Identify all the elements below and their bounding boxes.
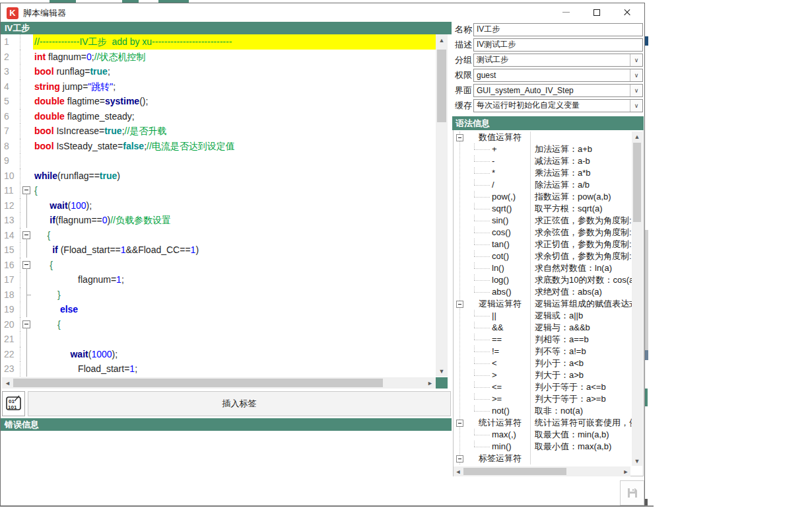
code-text[interactable]: { — [33, 183, 436, 198]
code-line[interactable]: 18 } — [2, 287, 436, 303]
tree-item[interactable]: !=判不等：a!=b — [454, 346, 632, 357]
tag-icon-button[interactable]: 01 101 — [2, 391, 25, 416]
tree-item[interactable]: ln()求自然对数值：ln(a) — [454, 262, 632, 274]
code-text[interactable]: { — [33, 317, 436, 332]
tree-item[interactable]: cos()求余弦值，参数为角度制: — [454, 227, 632, 239]
code-text[interactable]: if (Fload_start==1&&Fload_CC==1) — [33, 242, 436, 258]
collapse-icon[interactable] — [456, 420, 463, 427]
insert-label-button[interactable]: 插入标签 — [28, 391, 451, 416]
code-text[interactable]: } — [33, 287, 436, 303]
code-line[interactable]: 15 if (Fload_start==1&&Fload_CC==1) — [2, 242, 436, 258]
combo-界面[interactable]: GUI_system_Auto_IV_Step∨ — [473, 84, 643, 97]
tree-item[interactable]: not()取非：not(a) — [454, 405, 632, 417]
code-text[interactable] — [33, 153, 436, 168]
scrollbar-thumb[interactable] — [437, 50, 446, 122]
code-line[interactable]: 11{ — [2, 183, 436, 198]
fold-gutter[interactable] — [20, 183, 33, 198]
code-line[interactable]: 21 — [2, 332, 436, 347]
tree-item[interactable]: >=判大于等于：a>=b — [454, 393, 632, 405]
code-line[interactable]: 1//-------------IV工步 add by xu----------… — [2, 34, 436, 50]
tree-item[interactable]: &&逻辑与：a&&b — [454, 322, 632, 334]
code-text[interactable]: double flagtime_steady; — [33, 109, 436, 124]
code-line[interactable]: 20 { — [2, 317, 436, 332]
input-描述[interactable]: IV测试工步 — [473, 38, 643, 52]
code-line[interactable]: 8bool IsSteady_state=false;//电流是否达到设定值 — [2, 139, 436, 154]
tree-item[interactable]: -减法运算：a-b — [454, 155, 632, 167]
code-text[interactable]: { — [33, 258, 436, 273]
code-line[interactable]: 19 else — [2, 302, 436, 317]
code-line[interactable]: 4string jump="跳转"; — [2, 79, 436, 94]
close-button[interactable] — [613, 3, 641, 21]
input-名称[interactable]: IV工步 — [473, 23, 643, 36]
scroll-left-icon[interactable]: ◄ — [2, 377, 13, 389]
scroll-down-icon[interactable]: ▼ — [632, 456, 642, 466]
tree-horizontal-scrollbar[interactable]: ◄ ► — [454, 466, 630, 476]
tree-item[interactable]: ||逻辑或：a||b — [454, 310, 632, 322]
tree-item[interactable]: tan()求正切值，参数为角度制: — [454, 239, 632, 250]
fold-collapse-icon[interactable] — [22, 186, 30, 194]
scroll-right-icon[interactable]: ► — [621, 466, 630, 476]
error-info-panel[interactable] — [1, 431, 452, 505]
code-text[interactable]: //-------------IV工步 add by xu-----------… — [33, 34, 436, 50]
code-text[interactable] — [33, 332, 436, 347]
code-text[interactable]: if(flagnum==0)//负载参数设置 — [33, 213, 436, 228]
maximize-button[interactable] — [582, 3, 611, 21]
code-line[interactable]: 13 if(flagnum==0)//负载参数设置 — [2, 213, 436, 228]
code-text[interactable]: bool IsSteady_state=false;//电流是否达到设定值 — [33, 139, 436, 154]
scrollbar-thumb[interactable] — [13, 379, 383, 387]
tree-item[interactable]: sin()求正弦值，参数为角度制: — [454, 215, 632, 227]
tree-item[interactable]: >判大于：a>b — [454, 369, 632, 381]
code-line[interactable]: 6double flagtime_steady; — [2, 109, 436, 124]
code-line[interactable]: 9 — [2, 153, 436, 168]
fold-collapse-icon[interactable] — [22, 261, 30, 269]
code-vertical-scrollbar[interactable]: ▲ ▼ — [436, 34, 448, 377]
code-horizontal-scrollbar[interactable]: ◄ ► — [2, 377, 436, 389]
tree-item[interactable]: 逻辑运算符逻辑运算组成的赋值表达式 — [454, 298, 632, 310]
code-text[interactable]: bool runflag=true; — [33, 64, 436, 79]
code-text[interactable]: while(runflag==true) — [33, 168, 436, 184]
code-line[interactable]: 22 wait(1000); — [2, 347, 436, 362]
fold-collapse-icon[interactable] — [22, 231, 30, 239]
code-line[interactable]: 23 Fload_start=1; — [2, 361, 436, 377]
code-line[interactable]: 10while(runflag==true) — [2, 168, 436, 184]
tree-item[interactable]: 标签运算符 — [454, 453, 632, 464]
collapse-icon[interactable] — [456, 134, 463, 141]
scroll-right-icon[interactable]: ► — [424, 377, 436, 389]
code-line[interactable]: 14 { — [2, 228, 436, 243]
code-line[interactable]: 5double flagtime=systime(); — [2, 94, 436, 109]
title-bar[interactable] — [1, 3, 644, 22]
tree-item[interactable]: 数值运算符 — [454, 131, 632, 143]
scroll-up-icon[interactable]: ▲ — [436, 34, 448, 46]
tree-item[interactable]: <=判小于等于：a<=b — [454, 381, 632, 393]
tree-item[interactable]: ==判相等：a==b — [454, 334, 632, 346]
tree-item[interactable]: /除法运算：a/b — [454, 179, 632, 191]
code-line[interactable]: 3bool runflag=true; — [2, 64, 436, 79]
fold-gutter[interactable] — [20, 228, 33, 243]
scroll-down-icon[interactable]: ▼ — [436, 365, 448, 377]
tree-item[interactable]: pow(,)指数运算：pow(a,b) — [454, 191, 632, 203]
fold-gutter[interactable] — [20, 258, 33, 273]
code-line[interactable]: 7bool IsIncrease=true;//是否升载 — [2, 124, 436, 139]
tree-item[interactable]: log()求底数为10的对数：cos(a — [454, 274, 632, 286]
chevron-down-icon[interactable]: ∨ — [630, 85, 642, 96]
tree-item[interactable]: max(,)取最大值：min(a,b) — [454, 429, 632, 441]
collapse-icon[interactable] — [456, 301, 463, 308]
collapse-icon[interactable] — [456, 455, 463, 463]
fold-collapse-icon[interactable] — [22, 320, 30, 328]
tree-item[interactable]: 统计运算符统计运算符可嵌套使用，例 — [454, 417, 632, 429]
scrollbar-thumb[interactable] — [463, 468, 566, 475]
combo-权限[interactable]: guest∨ — [473, 69, 643, 82]
chevron-down-icon[interactable]: ∨ — [630, 69, 642, 81]
code-text[interactable]: flagnum=1; — [33, 272, 436, 287]
scroll-left-icon[interactable]: ◄ — [454, 466, 463, 476]
tree-item[interactable]: *乘法运算：a*b — [454, 167, 632, 179]
code-editor[interactable]: 1//-------------IV工步 add by xu----------… — [2, 34, 436, 377]
tree-item[interactable]: cot()求余切值，参数为角度制: — [454, 250, 632, 262]
tree-item[interactable]: +加法运算：a+b — [454, 143, 632, 155]
code-line[interactable]: 2int flagnum=0;//状态机控制 — [2, 50, 436, 65]
code-line[interactable]: 16 { — [2, 258, 436, 273]
code-line[interactable]: 12 wait(100); — [2, 198, 436, 213]
code-text[interactable]: { — [33, 228, 436, 243]
code-text[interactable]: wait(100); — [33, 198, 436, 213]
syntax-tree[interactable]: 数值运算符+加法运算：a+b-减法运算：a-b*乘法运算：a*b/除法运算：a/… — [454, 131, 632, 464]
